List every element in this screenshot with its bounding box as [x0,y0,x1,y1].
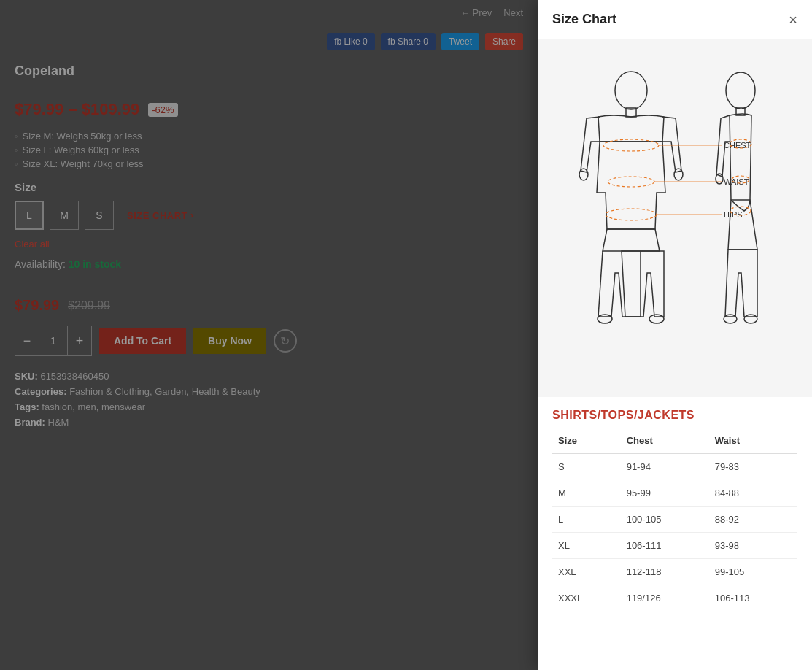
cell-chest: 112-118 [621,559,709,585]
svg-point-2 [579,169,588,180]
table-header-row: Size Chest Waist [552,428,797,454]
body-diagram: CHEST WAIST HIPS [538,39,812,397]
cell-size: M [552,480,621,507]
table-head: Size Chest Waist [552,428,797,454]
svg-point-0 [615,72,647,109]
size-chart-panel: Size Chart × [538,0,812,670]
cell-waist: 88-92 [709,507,797,533]
svg-point-16 [744,315,757,323]
col-waist: Waist [709,428,797,454]
table-row: L100-10588-92 [552,507,797,533]
svg-point-3 [674,169,683,180]
cell-size: L [552,507,621,533]
close-panel-button[interactable]: × [789,12,797,27]
table-row: XXL112-11899-105 [552,559,797,585]
cell-chest: 119/126 [621,585,709,612]
table-body: S91-9479-83M95-9984-88L100-10588-92XL106… [552,454,797,612]
hips-label: HIPS [724,210,743,219]
body-diagram-container: CHEST WAIST HIPS [554,54,795,382]
cell-waist: 93-98 [709,533,797,559]
cell-chest: 95-99 [621,480,709,507]
cell-waist: 99-105 [709,559,797,585]
cell-waist: 106-113 [709,585,797,612]
svg-point-4 [598,315,612,323]
col-chest: Chest [621,428,709,454]
cell-waist: 84-88 [709,480,797,507]
svg-point-7 [608,177,654,187]
size-table-wrapper: Size Chest Waist S91-9479-83M95-9984-88L… [538,428,812,611]
cell-size: S [552,454,621,480]
shirts-section-title: SHIRTS/TOPS/JACKETS [538,397,812,428]
table-row: XXXL119/126106-113 [552,585,797,612]
cell-size: XXXL [552,585,621,612]
svg-point-12 [726,72,755,109]
cell-waist: 79-83 [709,454,797,480]
table-row: S91-9479-83 [552,454,797,480]
waist-label: WAIST [724,177,749,186]
svg-point-5 [649,315,664,323]
cell-size: XL [552,533,621,559]
page-overlay [0,0,538,670]
table-row: XL106-11193-98 [552,533,797,559]
col-size: Size [552,428,621,454]
svg-point-15 [724,315,737,323]
body-diagram-svg: CHEST WAIST HIPS [554,54,795,382]
cell-size: XXL [552,559,621,585]
panel-title: Size Chart [552,12,616,27]
size-table: Size Chest Waist S91-9479-83M95-9984-88L… [552,428,797,611]
cell-chest: 106-111 [621,533,709,559]
table-row: M95-9984-88 [552,480,797,507]
svg-point-8 [606,209,657,220]
cell-chest: 91-94 [621,454,709,480]
panel-header: Size Chart × [538,0,812,39]
cell-chest: 100-105 [621,507,709,533]
